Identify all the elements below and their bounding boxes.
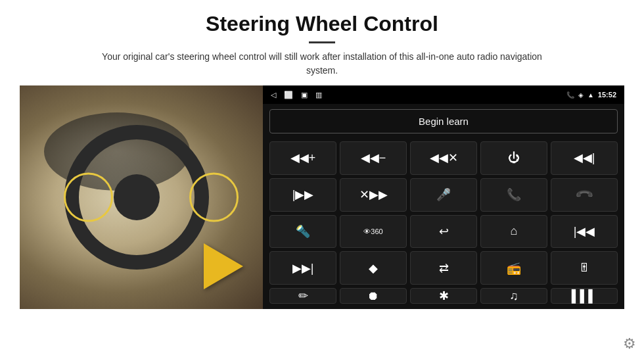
ff-button[interactable]: ✕▶▶ [340, 178, 407, 212]
home-nav-button[interactable]: ⌂ [480, 215, 547, 249]
prev-icon: ◀◀| [574, 151, 595, 165]
steering-wheel-image [20, 85, 263, 309]
navigate-button[interactable]: ◆ [340, 251, 407, 285]
phone-icon: 📞 [566, 91, 574, 99]
vol-up-icon: ◀◀+ [290, 151, 316, 165]
radio-icon: 📻 [507, 261, 521, 275]
mute-icon: ◀◀✕ [430, 151, 458, 165]
phone-answer-icon: 📞 [507, 187, 521, 202]
content-area: ◁ ⬜ ▣ ▥ 📞 ◈ ▲ 15:52 Begin learn [20, 85, 624, 309]
back-nav-button[interactable]: ↩ [410, 215, 477, 249]
page-wrapper: Steering Wheel Control Your original car… [0, 0, 644, 316]
flashlight-button[interactable]: 🔦 [269, 215, 336, 249]
square-icon[interactable]: ▣ [301, 91, 308, 99]
mute-button[interactable]: ◀◀✕ [410, 141, 477, 175]
eq-button[interactable]: 🎚 [551, 251, 618, 285]
prev-button[interactable]: ◀◀| [551, 141, 618, 175]
page-title: Steering Wheel Control [20, 12, 624, 36]
title-divider [309, 41, 335, 43]
android-panel: ◁ ⬜ ▣ ▥ 📞 ◈ ▲ 15:52 Begin learn [263, 85, 624, 309]
edit-button[interactable]: ✏ [269, 288, 336, 304]
status-right: 📞 ◈ ▲ 15:52 [566, 91, 616, 99]
flashlight-icon: 🔦 [296, 224, 310, 239]
record-button[interactable]: ⏺ [340, 288, 407, 304]
status-bar: ◁ ⬜ ▣ ▥ 📞 ◈ ▲ 15:52 [263, 85, 624, 104]
360-icon: 👁360 [363, 227, 382, 235]
control-grid: ◀◀+ ◀◀− ◀◀✕ ⏻ ◀◀| |▶▶ [263, 139, 624, 309]
rewind-button[interactable]: |◀◀ [551, 215, 618, 249]
spectrum-icon: ▌▌▌ [572, 289, 597, 303]
rewind-icon: |◀◀ [574, 224, 595, 239]
back-icon[interactable]: ◁ [271, 91, 276, 99]
circle-left [64, 173, 113, 222]
radio-button[interactable]: 📻 [480, 251, 547, 285]
navigate-icon: ◆ [369, 261, 378, 275]
hangup-button[interactable]: 📞 [551, 178, 618, 212]
page-subtitle: Your original car's steering wheel contr… [92, 50, 552, 78]
record-icon: ⏺ [367, 289, 379, 303]
mic-icon: 🎤 [436, 187, 451, 202]
wheel-inner [114, 174, 160, 220]
status-left: ◁ ⬜ ▣ ▥ [271, 91, 322, 99]
title-section: Steering Wheel Control Your original car… [20, 12, 624, 78]
begin-learn-button[interactable]: Begin learn [269, 109, 618, 133]
swap-icon: ⇄ [439, 261, 449, 275]
steering-bg [20, 85, 263, 309]
next-button[interactable]: |▶▶ [269, 178, 336, 212]
power-button[interactable]: ⏻ [480, 141, 547, 175]
wifi-icon: ▲ [587, 91, 594, 99]
mic-button[interactable]: 🎤 [410, 178, 477, 212]
360-button[interactable]: 👁360 [340, 215, 407, 249]
hangup-icon: 📞 [574, 185, 594, 205]
music-button[interactable]: ♫ [480, 288, 547, 304]
circle-right [189, 173, 239, 222]
vol-down-icon: ◀◀− [361, 151, 386, 165]
gear-settings-button[interactable]: ⚙ [623, 335, 636, 352]
sim-icon: ▥ [315, 91, 322, 99]
home-icon[interactable]: ⬜ [284, 91, 293, 99]
edit-icon: ✏ [298, 289, 308, 303]
begin-learn-row: Begin learn [263, 104, 624, 139]
home-nav-icon: ⌂ [511, 224, 518, 238]
vol-up-button[interactable]: ◀◀+ [269, 141, 336, 175]
swap-button[interactable]: ⇄ [410, 251, 477, 285]
bluetooth-button[interactable]: ✱ [410, 288, 477, 304]
bluetooth-icon: ✱ [439, 289, 449, 303]
ff-icon: ✕▶▶ [359, 187, 388, 202]
eq-icon: 🎚 [578, 261, 590, 275]
spectrum-button[interactable]: ▌▌▌ [551, 288, 618, 304]
arrow-yellow [204, 243, 243, 289]
location-icon: ◈ [578, 91, 584, 99]
skip-fwd-button[interactable]: ▶▶| [269, 251, 336, 285]
time-display: 15:52 [598, 91, 616, 99]
music-icon: ♫ [509, 289, 518, 303]
skip-fwd-icon: ▶▶| [292, 261, 314, 275]
vol-down-button[interactable]: ◀◀− [340, 141, 407, 175]
back-nav-icon: ↩ [439, 224, 449, 239]
power-icon: ⏻ [508, 151, 520, 165]
phone-button[interactable]: 📞 [480, 178, 547, 212]
next-icon: |▶▶ [292, 187, 314, 202]
spoke-v [133, 175, 140, 220]
